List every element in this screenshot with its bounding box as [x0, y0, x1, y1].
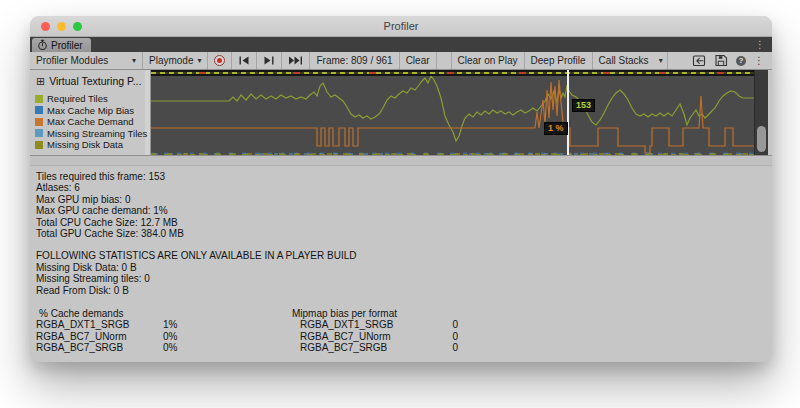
table-row: RGBA_DXT1_SRGB 0 [292, 319, 458, 330]
chevron-down-icon: ▾ [659, 56, 663, 65]
legend-item-required-tiles[interactable]: Required Tiles [35, 93, 150, 105]
table-row: RGBA_BC7_SRGB 0% [36, 342, 292, 353]
tab-strip: Profiler ⋮ [30, 37, 772, 52]
load-profile-icon [692, 54, 706, 67]
last-frame-icon [288, 56, 303, 65]
deep-profile-toggle[interactable]: Deep Profile [525, 52, 593, 69]
tab-profiler[interactable]: Profiler [32, 38, 91, 52]
traffic-lights [41, 22, 82, 31]
profiler-stopwatch-icon [37, 39, 48, 51]
module-title-label: Virtual Texturing P... [49, 75, 141, 87]
stat-total-gpu-cache: Total GPU Cache Size: 384.0 MB [36, 228, 772, 239]
stat-read-from-disk: Read From Disk: 0 B [36, 285, 772, 296]
module-details-panel: Tiles required this frame: 153 Atlases: … [30, 166, 772, 362]
more-menu-icon: ⋮ [754, 55, 764, 66]
call-stacks-toggle[interactable]: Call Stacks [593, 52, 655, 69]
required-tiles-value-badge: 153 [572, 99, 595, 112]
chevron-down-icon: ▾ [132, 56, 136, 65]
legend-label: Required Tiles [47, 93, 108, 104]
titlebar: Profiler [30, 16, 772, 37]
current-frame-button[interactable] [282, 52, 310, 69]
save-profile-icon [714, 54, 728, 67]
cache-demand-value-badge: 1 % [544, 122, 568, 135]
help-button[interactable]: ? [732, 52, 750, 69]
chart-zero-strip [151, 153, 754, 155]
legend-item-missing-streaming-tiles[interactable]: Missing Streaming Tiles [35, 128, 150, 140]
legend-color-chip [35, 141, 43, 149]
chart-vertical-scrollbar[interactable] [754, 70, 768, 155]
legend-color-chip [35, 106, 43, 114]
table-row: RGBA_BC7_SRGB 0 [292, 342, 458, 353]
module-header[interactable]: ⊞ Virtual Texturing P... [36, 75, 150, 87]
frame-counter: Frame: 809 / 961 [310, 52, 399, 69]
legend-label: Missing Streaming Tiles [47, 128, 147, 139]
profiler-modules-dropdown[interactable]: Profiler Modules ▾ [30, 52, 143, 69]
mipmap-bias-table: Mipmap bias per format RGBA_DXT1_SRGB 0 … [292, 308, 458, 354]
zoom-window-button[interactable] [73, 22, 82, 31]
legend-item-max-cache-demand[interactable]: Max Cache Demand [35, 116, 150, 128]
record-icon [214, 55, 225, 66]
mipmap-bias-title: Mipmap bias per format [292, 308, 458, 319]
scrollbar-thumb[interactable] [757, 126, 766, 152]
toolbar-more-button[interactable]: ⋮ [750, 52, 772, 69]
legend-label: Max Cache Demand [47, 116, 134, 127]
tab-label: Profiler [51, 40, 83, 51]
call-stacks-dropdown[interactable]: ▾ [655, 52, 668, 69]
table-row: RGBA_BC7_UNorm 0% [36, 331, 292, 342]
record-button[interactable] [208, 52, 232, 69]
stat-missing-disk-data: Missing Disk Data: 0 B [36, 262, 772, 273]
stat-atlases: Atlases: 6 [36, 182, 772, 193]
legend-label: Max Cache Mip Bias [47, 105, 134, 116]
legend-item-missing-disk-data[interactable]: Missing Disk Data [35, 139, 150, 151]
stat-total-cpu-cache: Total CPU Cache Size: 12.7 MB [36, 217, 772, 228]
previous-frame-icon [238, 56, 250, 65]
module-grid-icon: ⊞ [36, 76, 45, 86]
chart-overflow-strip [151, 70, 754, 76]
chevron-down-icon: ▾ [197, 56, 201, 65]
next-frame-button[interactable] [257, 52, 282, 69]
stat-missing-streaming-tiles: Missing Streaming tiles: 0 [36, 273, 772, 284]
stat-player-build-note: FOLLOWING STATISTICS ARE ONLY AVAILABLE … [36, 250, 772, 261]
load-profile-button[interactable] [688, 52, 710, 69]
minimize-window-button[interactable] [57, 22, 66, 31]
legend-color-chip [35, 129, 43, 137]
profiler-chart-svg [151, 70, 754, 155]
stat-max-gpu-cache-demand: Max GPU cache demand: 1% [36, 205, 772, 216]
save-profile-button[interactable] [710, 52, 732, 69]
help-icon: ? [736, 56, 746, 66]
profiler-chart[interactable]: 153 1 % [151, 70, 754, 155]
profiler-window: Profiler Profiler ⋮ Profiler Modules ▾ P… [30, 16, 772, 362]
selected-frame-line [567, 70, 569, 155]
table-row: RGBA_DXT1_SRGB 1% [36, 319, 292, 330]
close-window-button[interactable] [41, 22, 50, 31]
playmode-target-dropdown[interactable]: Playmode ▾ [143, 52, 208, 69]
next-frame-icon [263, 56, 275, 65]
legend-color-chip [35, 95, 43, 103]
stat-max-gpu-mip-bias: Max GPU mip bias: 0 [36, 194, 772, 205]
legend-label: Missing Disk Data [47, 139, 123, 150]
module-row: ⊞ Virtual Texturing P... Required Tiles … [30, 70, 772, 155]
format-tables: % Cache demands RGBA_DXT1_SRGB 1% RGBA_B… [36, 308, 772, 354]
chart-right-edge [768, 70, 772, 155]
previous-frame-button[interactable] [232, 52, 257, 69]
toolbar-spacer [668, 52, 688, 69]
module-legend-panel: ⊞ Virtual Texturing P... Required Tiles … [30, 70, 151, 155]
toolbar: Profiler Modules ▾ Playmode ▾ Frame: 809 [30, 52, 772, 70]
cache-demands-title: % Cache demands [36, 308, 292, 319]
toolbar-gap [437, 52, 452, 69]
window-menu-icon[interactable]: ⋮ [755, 39, 765, 50]
clear-on-play-toggle[interactable]: Clear on Play [452, 52, 525, 69]
stat-tiles-required: Tiles required this frame: 153 [36, 171, 772, 182]
window-title: Profiler [384, 20, 419, 32]
panel-splitter[interactable] [30, 155, 772, 166]
clear-button[interactable]: Clear [400, 52, 437, 69]
legend-item-max-cache-mip-bias[interactable]: Max Cache Mip Bias [35, 105, 150, 117]
cache-demands-table: % Cache demands RGBA_DXT1_SRGB 1% RGBA_B… [36, 308, 292, 354]
legend-color-chip [35, 118, 43, 126]
table-row: RGBA_BC7_UNorm 0 [292, 331, 458, 342]
